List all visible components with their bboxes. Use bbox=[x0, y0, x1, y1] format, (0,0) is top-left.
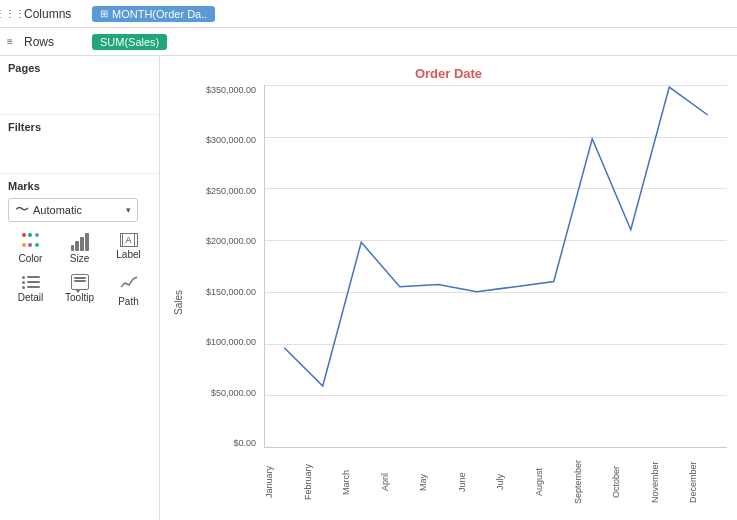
x-tick-oct: October bbox=[611, 448, 650, 520]
rows-shelf-label: Rows bbox=[20, 35, 90, 49]
size-label: Size bbox=[70, 253, 89, 264]
x-tick-jun: June bbox=[457, 448, 496, 520]
detail-label: Detail bbox=[18, 292, 44, 303]
x-tick-apr: April bbox=[380, 448, 419, 520]
x-tick-sep: September bbox=[573, 448, 612, 520]
rows-shelf-icon: ≡ bbox=[0, 36, 20, 47]
plot-area bbox=[264, 85, 727, 448]
x-tick-jul: July bbox=[495, 448, 534, 520]
marks-dropdown-text: Automatic bbox=[33, 204, 126, 216]
filters-section: Filters bbox=[0, 115, 159, 174]
marks-type-dropdown[interactable]: 〜 Automatic ▾ bbox=[8, 198, 138, 222]
left-panel: Pages Filters Marks 〜 Automatic ▾ bbox=[0, 56, 160, 520]
columns-shelf-icon: ⋮⋮⋮ bbox=[0, 8, 20, 19]
x-axis: January February March April May June Ju… bbox=[264, 448, 727, 520]
marks-grid: Color Size bbox=[8, 230, 151, 310]
filters-content bbox=[8, 137, 151, 167]
rows-shelf: ≡ Rows SUM(Sales) bbox=[0, 28, 737, 56]
color-label: Color bbox=[19, 253, 43, 264]
y-tick-150k: $150,000.00 bbox=[186, 287, 260, 297]
path-label: Path bbox=[118, 296, 139, 307]
x-tick-mar: March bbox=[341, 448, 380, 520]
label-text-icon: A bbox=[122, 233, 134, 247]
rows-pill[interactable]: SUM(Sales) bbox=[92, 34, 167, 50]
rows-pill-text: SUM(Sales) bbox=[100, 36, 159, 48]
label-icon: A bbox=[120, 233, 138, 247]
y-tick-250k: $250,000.00 bbox=[186, 186, 260, 196]
pages-title: Pages bbox=[8, 62, 151, 74]
detail-icon bbox=[22, 274, 40, 290]
y-tick-50k: $50,000.00 bbox=[186, 388, 260, 398]
tooltip-label: Tooltip bbox=[65, 292, 94, 303]
y-tick-0: $0.00 bbox=[186, 438, 260, 448]
marks-label-button[interactable]: A Label bbox=[106, 230, 151, 267]
columns-pill[interactable]: ⊞ MONTH(Order Da.. bbox=[92, 6, 215, 22]
filters-title: Filters bbox=[8, 121, 151, 133]
path-icon bbox=[120, 274, 138, 294]
y-tick-100k: $100,000.00 bbox=[186, 337, 260, 347]
tooltip-icon bbox=[71, 274, 89, 290]
chart-inner: Sales $350,000.00 $300,000.00 $250,000.0… bbox=[170, 85, 727, 520]
chevron-down-icon: ▾ bbox=[126, 205, 131, 215]
chart-title: Order Date bbox=[170, 66, 727, 81]
label-label: Label bbox=[116, 249, 140, 260]
columns-shelf-label: Columns bbox=[20, 7, 90, 21]
marks-path-button[interactable]: Path bbox=[106, 271, 151, 310]
marks-wave-icon: 〜 bbox=[15, 201, 29, 219]
chart-area: Order Date Sales $350,000.00 $300,000.00… bbox=[160, 56, 737, 520]
y-axis-label: Sales bbox=[170, 85, 186, 520]
marks-tooltip-button[interactable]: Tooltip bbox=[57, 271, 102, 310]
marks-title: Marks bbox=[8, 180, 151, 192]
y-tick-200k: $200,000.00 bbox=[186, 236, 260, 246]
line-chart-svg bbox=[265, 85, 727, 447]
columns-pill-text: MONTH(Order Da.. bbox=[112, 8, 207, 20]
marks-detail-button[interactable]: Detail bbox=[8, 271, 53, 310]
marks-color-button[interactable]: Color bbox=[8, 230, 53, 267]
x-tick-jan: January bbox=[264, 448, 303, 520]
size-icon bbox=[71, 233, 89, 251]
columns-pill-icon: ⊞ bbox=[100, 8, 108, 19]
columns-shelf: ⋮⋮⋮ Columns ⊞ MONTH(Order Da.. bbox=[0, 0, 737, 28]
chart-with-axes: $350,000.00 $300,000.00 $250,000.00 $200… bbox=[186, 85, 727, 520]
marks-section: Marks 〜 Automatic ▾ bbox=[0, 174, 159, 316]
pages-section: Pages bbox=[0, 56, 159, 115]
x-tick-feb: February bbox=[303, 448, 342, 520]
x-tick-nov: November bbox=[650, 448, 689, 520]
pages-content bbox=[8, 78, 151, 108]
marks-size-button[interactable]: Size bbox=[57, 230, 102, 267]
x-tick-may: May bbox=[418, 448, 457, 520]
y-tick-300k: $300,000.00 bbox=[186, 135, 260, 145]
x-tick-aug: August bbox=[534, 448, 573, 520]
color-dots-icon bbox=[22, 233, 40, 251]
y-tick-350k: $350,000.00 bbox=[186, 85, 260, 95]
x-tick-dec: December bbox=[688, 448, 727, 520]
